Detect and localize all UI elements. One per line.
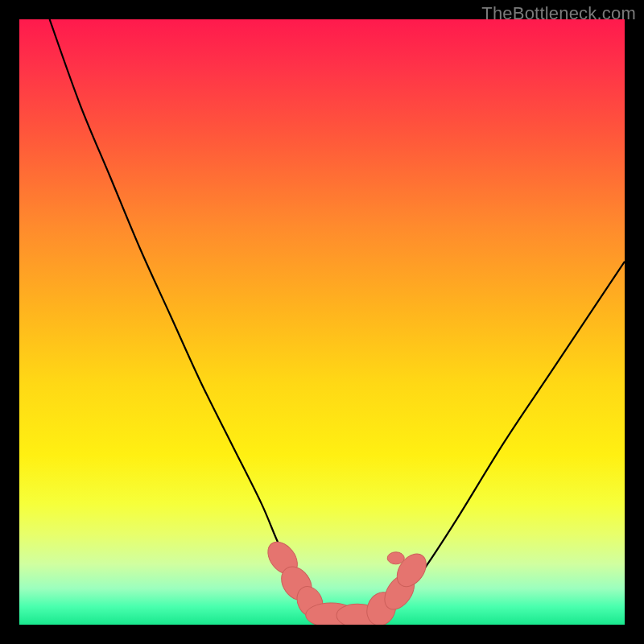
chart-outer-frame: TheBottleneck.com xyxy=(0,0,644,644)
curve-layer xyxy=(19,19,625,625)
curve-marker xyxy=(387,552,404,564)
bottleneck-curve xyxy=(50,19,625,617)
watermark-text: TheBottleneck.com xyxy=(481,3,636,24)
plot-area xyxy=(19,19,625,625)
curve-markers xyxy=(262,536,431,625)
